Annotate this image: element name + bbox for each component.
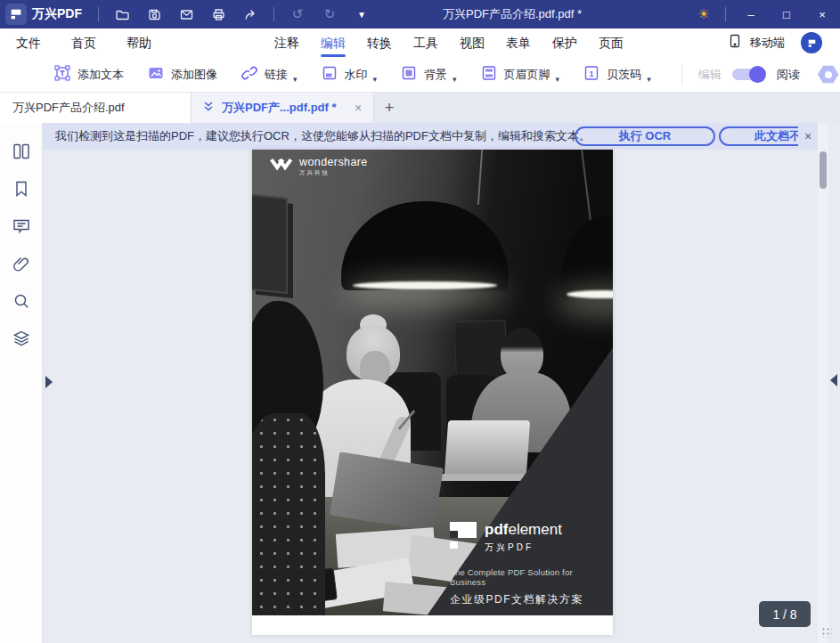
app-logo-icon[interactable] [5,4,27,25]
ocr-notification-message: 我们检测到这是扫描的PDF，建议您执行OCR，这使您能够从扫描的PDF文档中复制… [55,123,591,150]
pdf-page[interactable]: wondershare 万兴科技 pdfelement 万兴PDF The Co… [252,150,613,635]
account-avatar[interactable] [801,32,822,53]
titlebar-divider [725,7,726,21]
tab-comment[interactable]: 注释 [274,28,299,57]
chevron-down-icon: ▾ [647,75,651,84]
menubar: 文件 首页 帮助 注释 编辑 转换 工具 视图 表单 保护 页面 移动端 [0,28,840,57]
tab-protect[interactable]: 保护 [552,28,577,57]
maximize-icon: □ [783,8,790,21]
page-number-badge: 1 / 8 [759,601,811,627]
minimize-button[interactable]: – [733,0,769,28]
ocr-notification-bar: 我们检测到这是扫描的PDF，建议您执行OCR，这使您能够从扫描的PDF文档中复制… [43,123,818,150]
search-panel-button[interactable] [9,292,34,313]
redo-button[interactable]: ↻ [316,3,343,26]
expand-right-panel-arrow[interactable] [830,374,837,387]
window-title: 万兴PDF产品介绍.pdf.pdf * [443,0,582,28]
laptop-prop [444,420,530,476]
document-tabbar: 万兴PDF产品介绍.pdf 万兴PDF产...pdf.pdf * × + [0,93,840,123]
hexagon-settings-icon[interactable] [818,65,839,84]
page-bottom-margin [252,615,613,635]
chevron-down-icon: ▾ [453,75,457,84]
tab-edit[interactable]: 编辑 [321,28,346,57]
folder-icon [115,7,130,22]
add-image-button[interactable]: 添加图像 [147,64,217,85]
watermark-icon [321,64,338,85]
wondershare-cn-label: 万兴科技 [299,169,368,177]
chevron-down-icon: ▾ [293,75,298,84]
pdfelement-app-window: 万兴PDF ↺ ↻ ▼ 万兴PDF产品介绍.pdf.pdf * ☀ [0,0,840,643]
menu-file[interactable]: 文件 [16,28,41,57]
undo-button[interactable]: ↺ [284,3,311,26]
toolbar-divider [681,65,682,85]
toggle-knob [749,66,766,83]
quick-toolbar-menu-button[interactable]: ▼ [348,3,375,26]
page-cover-photo: wondershare 万兴科技 pdfelement 万兴PDF The Co… [252,150,613,615]
email-button[interactable] [173,3,200,26]
header-footer-button[interactable]: 页眉页脚 ▾ [480,64,560,85]
pdfelement-cn-label: 万兴PDF [485,541,562,554]
chevron-down-icon: ▾ [556,75,560,84]
bookmark-icon [12,179,31,202]
header-footer-icon [480,64,498,85]
tab-tools[interactable]: 工具 [413,28,438,57]
document-tab-2-active[interactable]: 万兴PDF产...pdf.pdf * × [192,93,374,123]
foreground-woman-figure [252,413,325,615]
comments-panel-button[interactable] [9,217,34,239]
new-tab-button[interactable]: + [374,93,404,123]
bookmarks-panel-button[interactable] [9,180,34,201]
tagline-english: The Complete PDF Solution for Business [450,567,610,587]
attachments-panel-button[interactable] [9,255,34,276]
menu-home[interactable]: 首页 [71,28,96,57]
app-name: 万兴PDF [32,6,82,22]
edit-toolbar: 添加文本 添加图像 链接 ▾ 水印 ▾ 背景 ▾ 页眉页脚 ▾ 1 贝茨码 [0,57,840,93]
wondershare-wordmark: wondershare [299,157,368,168]
thumbnails-panel-button[interactable] [9,142,34,164]
tab-convert[interactable]: 转换 [367,28,392,57]
chevron-down-icon: ▾ [373,75,378,84]
search-icon [12,291,31,314]
tab-page[interactable]: 页面 [599,28,624,57]
vertical-scrollbar[interactable] [818,123,828,643]
open-file-button[interactable] [109,3,135,26]
share-icon [243,7,258,22]
plus-icon: + [384,98,394,118]
edit-mode-label: 编辑 [698,67,722,83]
resize-grip[interactable] [821,627,832,638]
notification-close-button[interactable]: × [798,123,818,150]
document-tab-1[interactable]: 万兴PDF产品介绍.pdf [0,93,192,123]
document-canvas: 我们检测到这是扫描的PDF，建议您执行OCR，这使您能够从扫描的PDF文档中复制… [43,123,840,643]
link-button[interactable]: 链接 ▾ [241,64,298,85]
add-text-icon [53,64,71,85]
theme-sun-icon[interactable]: ☀ [689,6,718,22]
bates-number-icon: 1 [583,64,600,85]
photo-frames [252,194,288,295]
redo-icon: ↻ [324,6,336,22]
save-icon [147,7,162,22]
expand-left-panel-arrow[interactable] [45,376,53,388]
edit-read-toggle[interactable] [732,69,764,80]
layers-panel-button[interactable] [9,330,34,351]
perform-ocr-button[interactable]: 执行 OCR [575,126,715,146]
menu-help[interactable]: 帮助 [126,28,151,57]
print-button[interactable] [205,3,232,26]
paperclip-icon [12,254,31,277]
tab-view[interactable]: 视图 [460,28,485,57]
tab-form[interactable]: 表单 [506,28,531,57]
save-button[interactable] [141,3,167,26]
watermark-button[interactable]: 水印 ▾ [321,64,378,85]
bates-number-button[interactable]: 1 贝茨码 ▾ [583,64,651,85]
titlebar-divider [98,7,99,21]
maximize-button[interactable]: □ [769,0,804,28]
printer-icon [211,7,226,22]
thumbnails-icon [12,142,31,165]
tab-close-icon[interactable]: × [350,101,366,115]
close-button[interactable]: × [804,0,840,28]
scrollbar-thumb[interactable] [820,151,827,189]
mobile-link[interactable]: 移动端 [750,35,785,51]
add-text-button[interactable]: 添加文本 [53,64,124,85]
pdfelement-flag-icon [450,522,477,554]
add-image-icon [147,64,165,85]
background-button[interactable]: 背景 ▾ [400,64,457,85]
share-button[interactable] [237,3,264,26]
left-panel-sidebar [0,123,43,643]
